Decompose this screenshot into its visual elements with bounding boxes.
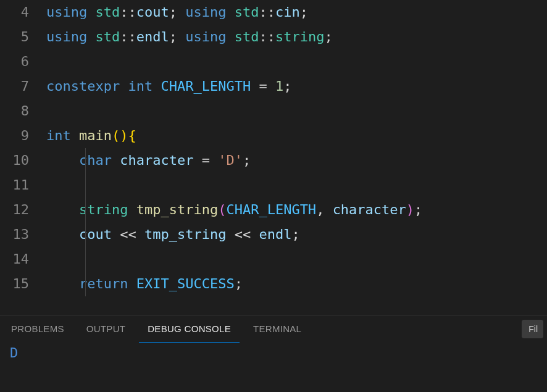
token: char [79,152,112,168]
indent-guide [85,173,86,198]
code-line[interactable]: cout << tmp_string << endl; [46,222,547,247]
token: { [128,128,136,143]
token: ) [120,128,128,143]
panel-tabs: PROBLEMS OUTPUT DEBUG CONSOLE TERMINAL F… [0,315,547,343]
line-number: 8 [0,99,29,123]
code-line[interactable] [46,173,547,198]
code-line[interactable]: constexpr int CHAR_LENGTH = 1; [46,74,547,99]
token: int [46,128,71,143]
line-number: 15 [0,272,29,296]
token: ; [300,4,308,20]
line-number: 11 [0,173,29,198]
tab-output[interactable]: OUTPUT [78,315,134,343]
tab-problems[interactable]: PROBLEMS [2,315,73,343]
token: character [120,152,193,168]
token: :: [120,4,136,20]
bottom-panel: PROBLEMS OUTPUT DEBUG CONSOLE TERMINAL F… [0,315,547,392]
token: cout [79,227,112,242]
token: using [185,4,226,20]
line-number: 12 [0,198,29,222]
token [226,29,234,44]
token: using [46,29,87,44]
token: endl [259,227,291,242]
console-output[interactable]: D [0,343,547,392]
token [46,276,79,291]
token: ; [291,227,299,242]
token [226,4,234,20]
token [177,4,185,20]
line-number: 5 [0,25,29,49]
token: endl [136,29,169,44]
token: std [235,4,259,20]
token: character [333,202,406,217]
token: std [95,29,120,44]
token: :: [259,29,275,44]
filter-button[interactable]: Fil [522,320,543,338]
indent-guide [85,247,86,272]
token: = [251,78,275,94]
token: :: [120,29,136,44]
token [46,202,79,217]
code-editor[interactable]: 456789101112131415 using std::cout; usin… [0,0,547,315]
code-line[interactable]: int main(){ [46,123,547,148]
token: 'D' [218,152,243,168]
token: return [79,276,128,291]
token [71,128,79,143]
token: ; [169,29,177,44]
tab-debug-console[interactable]: DEBUG CONSOLE [139,315,240,343]
token: ; [243,152,251,168]
token [128,202,136,217]
code-area[interactable]: using std::cout; using std::cin;using st… [46,0,547,315]
token: = [193,152,218,168]
token: using [185,29,226,44]
token: ; [235,276,243,291]
indent-guide [85,222,86,247]
token: CHAR_LENGTH [161,78,251,94]
token: , [316,202,333,217]
token: string [79,202,128,217]
code-line[interactable] [46,49,547,74]
token: ( [112,128,120,143]
code-line[interactable]: string tmp_string(CHAR_LENGTH, character… [46,198,547,222]
code-line[interactable]: return EXIT_SUCCESS; [46,272,547,296]
line-number: 4 [0,0,29,25]
token [87,29,95,44]
line-number-gutter: 456789101112131415 [0,0,46,315]
token [120,78,128,94]
token [87,4,95,20]
line-number: 10 [0,148,29,173]
tab-terminal[interactable]: TERMINAL [244,315,310,343]
token: EXIT_SUCCESS [136,276,235,291]
line-number: 14 [0,247,29,272]
token: cout [136,4,169,20]
token: ; [283,78,291,94]
token: 1 [275,78,283,94]
token: ; [414,202,422,217]
token: std [235,29,259,44]
token: using [46,4,87,20]
code-line[interactable] [46,247,547,272]
token: ) [406,202,414,217]
line-number: 13 [0,222,29,247]
token: :: [259,4,275,20]
indent-guide [85,272,86,296]
code-line[interactable]: char character = 'D'; [46,148,547,173]
token: ; [324,29,332,44]
token: ; [169,4,177,20]
line-number: 7 [0,74,29,99]
indent-guide [85,148,86,173]
token [46,227,79,242]
token: constexpr [46,78,120,94]
token: cin [275,4,300,20]
token: string [275,29,324,44]
code-line[interactable]: using std::cout; using std::cin; [46,0,547,25]
token: int [128,78,152,94]
code-line[interactable] [46,99,547,123]
token: << [226,227,259,242]
code-line[interactable]: using std::endl; using std::string; [46,25,547,49]
token: main [79,128,112,143]
token [128,276,136,291]
token [152,78,161,94]
token [112,152,120,168]
line-number: 9 [0,123,29,148]
